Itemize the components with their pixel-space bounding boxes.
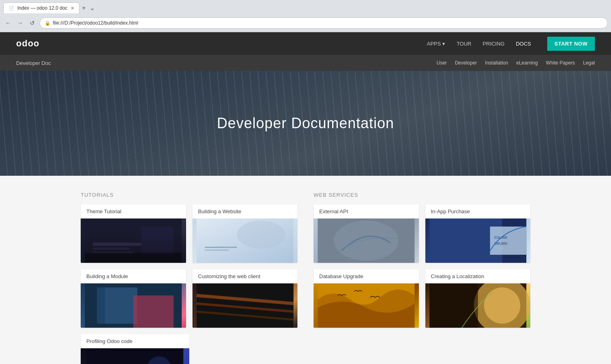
tutorials-row-1: Theme Tutorial	[81, 204, 297, 263]
svg-rect-9	[205, 247, 237, 248]
svg-point-8	[237, 220, 285, 249]
card-building-website-title: Building a Website	[193, 204, 298, 218]
card-theme-tutorial-title: Theme Tutorial	[81, 204, 186, 218]
card-profiling-title: Profiling Odoo code	[81, 334, 189, 348]
card-inapp-purchase-image: 210,000 180,000	[425, 218, 531, 263]
svg-rect-3	[93, 252, 133, 254]
nav-pricing[interactable]: PRICING	[483, 41, 504, 47]
nav-apps[interactable]: APPS ▾	[427, 41, 446, 47]
card-db-upgrade-title: Database Upgrade	[314, 269, 419, 283]
sub-nav-developer-doc[interactable]: Developer Doc	[16, 60, 51, 66]
odoo-logo[interactable]: odoo	[16, 38, 40, 49]
card-db-upgrade[interactable]: Database Upgrade	[314, 269, 419, 328]
card-localization-image	[425, 283, 531, 328]
card-building-module-image	[81, 283, 186, 328]
sub-nav: Developer Doc User Developer Installatio…	[0, 55, 611, 71]
web-services-row-1: External API In-App Purch	[314, 204, 530, 263]
card-web-client-image	[193, 283, 298, 328]
website: odoo APPS ▾ TOUR PRICING DOCS START NOW …	[0, 32, 611, 364]
svg-rect-5	[85, 253, 182, 263]
svg-rect-0	[85, 218, 182, 263]
tutorials-column: Tutorials Theme Tutorial	[81, 192, 297, 364]
reload-button[interactable]: ↺	[27, 18, 37, 28]
card-web-client-title: Customizing the web client	[193, 269, 298, 283]
tab-list-button[interactable]: ⌄	[88, 2, 96, 13]
sub-nav-white-papers[interactable]: White Papers	[546, 60, 575, 66]
start-now-button[interactable]: START NOW	[547, 37, 595, 51]
card-profiling-image	[81, 348, 189, 364]
back-button[interactable]: ←	[3, 18, 13, 28]
svg-rect-15	[85, 283, 182, 328]
card-external-api-image	[314, 218, 419, 263]
hero-section: Developer Documentation	[0, 71, 611, 176]
secure-icon: 🔒	[45, 21, 50, 26]
svg-text:210,000: 210,000	[494, 235, 507, 239]
card-localization[interactable]: Creating a Localization	[425, 269, 531, 328]
sub-nav-elearning[interactable]: eLearning	[516, 60, 538, 66]
address-bar[interactable]: 🔒 file:///D:/Project/odoo12/build/index.…	[40, 17, 608, 29]
card-external-api-title: External API	[314, 204, 419, 218]
svg-rect-2	[93, 248, 129, 250]
svg-rect-10	[205, 250, 229, 251]
tab-favicon: 📄	[8, 6, 14, 11]
sub-nav-installation[interactable]: Installation	[485, 60, 508, 66]
nav-links: APPS ▾ TOUR PRICING DOCS	[427, 41, 531, 47]
tab-close-button[interactable]: ✕	[71, 6, 74, 11]
card-web-client[interactable]: Customizing the web client	[193, 269, 298, 328]
sub-nav-developer[interactable]: Developer	[455, 60, 477, 66]
card-localization-title: Creating a Localization	[425, 269, 531, 283]
dropdown-icon: ▾	[442, 41, 445, 47]
card-external-api[interactable]: External API	[314, 204, 419, 263]
forward-button[interactable]: →	[15, 18, 25, 28]
card-profiling[interactable]: Profiling Odoo code	[81, 334, 189, 364]
content-columns: Tutorials Theme Tutorial	[81, 192, 530, 364]
browser-chrome: 📄 Index — odoo 12.0 doc ✕ + ⌄ ← → ↺ 🔒 fi…	[0, 0, 611, 32]
card-building-website[interactable]: Building a Website	[193, 204, 298, 263]
tutorials-row-3: Profiling Odoo code	[81, 334, 297, 364]
new-tab-button[interactable]: +	[80, 3, 87, 13]
card-inapp-purchase[interactable]: In-App Purchase 210,000 180,000	[425, 204, 531, 263]
card-inapp-purchase-title: In-App Purchase	[425, 204, 531, 218]
top-nav: odoo APPS ▾ TOUR PRICING DOCS START NOW	[0, 32, 611, 55]
active-tab[interactable]: 📄 Index — odoo 12.0 doc ✕	[3, 2, 80, 13]
sub-nav-user[interactable]: User	[437, 60, 447, 66]
web-services-row-2: Database Upgrade	[314, 269, 530, 328]
main-content: Tutorials Theme Tutorial	[0, 176, 611, 364]
card-db-upgrade-image	[314, 283, 419, 328]
card-building-website-image	[193, 218, 298, 263]
sub-nav-links: User Developer Installation eLearning Wh…	[437, 60, 595, 66]
url-text: file:///D:/Project/odoo12/build/index.ht…	[53, 20, 138, 26]
tutorials-row-2: Building a Module Customi	[81, 269, 297, 328]
web-services-section-title: Web Services	[314, 192, 530, 198]
svg-rect-4	[141, 227, 174, 255]
svg-rect-38	[429, 283, 478, 328]
tab-title: Index — odoo 12.0 doc	[17, 5, 67, 11]
sub-nav-legal[interactable]: Legal	[583, 60, 595, 66]
card-theme-tutorial[interactable]: Theme Tutorial	[81, 204, 186, 263]
tutorials-section-title: Tutorials	[81, 192, 297, 198]
svg-point-37	[484, 287, 520, 324]
web-services-column: Web Services External API	[314, 192, 530, 364]
svg-rect-31	[490, 227, 526, 255]
svg-rect-20	[197, 283, 293, 328]
card-building-module[interactable]: Building a Module	[81, 269, 186, 328]
svg-rect-28	[318, 218, 414, 263]
hero-title: Developer Documentation	[217, 115, 394, 132]
card-building-module-title: Building a Module	[81, 269, 186, 283]
nav-tour[interactable]: TOUR	[456, 41, 471, 47]
nav-docs[interactable]: DOCS	[516, 41, 531, 47]
svg-rect-1	[93, 243, 141, 246]
card-theme-tutorial-image	[81, 218, 186, 263]
